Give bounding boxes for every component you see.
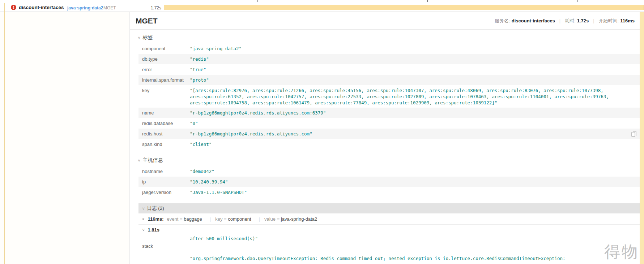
tag-key: internal.span.format (142, 77, 190, 83)
section-host-header[interactable]: 主机信息 (138, 156, 640, 165)
log-timestamp: 1.81s (148, 227, 159, 233)
log-field: eventbaggage (167, 216, 202, 222)
section-tags-title: 标签 (142, 34, 153, 41)
tag-value: "client" (190, 141, 636, 147)
span-detail-panel: MGET 服务名:discount-interfaces耗时:1.72s开始时间… (130, 12, 640, 264)
tag-key: redis.database (142, 120, 190, 126)
meta-start-value: 116ms (620, 18, 635, 23)
tag-row: name "r-bp1zg66mqghtpor0z4.redis.rds.ali… (138, 108, 640, 118)
service-indent-line (4, 3, 5, 264)
tag-key: span.kind (142, 141, 190, 147)
log-field-name: value (264, 216, 281, 222)
tag-row: internal.span.format "proto" (138, 75, 640, 85)
span-service-name: discount-interfaces (19, 5, 64, 10)
tag-key: name (142, 110, 190, 116)
tag-key: redis.host (142, 131, 190, 137)
tag-row: component "java-spring-data2" (138, 43, 640, 54)
host-value: "Java-1.1.0-SNAPSHOT" (190, 189, 636, 195)
log-entry-collapsed[interactable]: 116ms: eventbaggage keycomponent valueja… (138, 213, 640, 225)
log-detail-row-stack: stack "org.springframework.dao.QueryTime… (138, 242, 640, 264)
copy-icon[interactable] (631, 131, 637, 138)
tag-value: "java-spring-data2" (190, 46, 636, 52)
host-row: ip "10.240.39.94" (138, 177, 640, 187)
meta-duration: 耗时:1.72s (555, 18, 589, 23)
ruler-tick (257, 0, 258, 2)
section-logs-header[interactable]: 日志 (2) (138, 203, 640, 213)
error-icon: ! (11, 5, 16, 10)
meta-duration-label: 耗时: (565, 18, 576, 23)
meta-start-label: 开始时间: (599, 18, 619, 23)
log-field-name: event (167, 216, 184, 222)
timeline-ruler (0, 0, 644, 3)
chevron-down-icon (142, 207, 144, 211)
section-logs-title: 日志 (2) (147, 205, 164, 212)
span-duration-label: 1.72s (144, 5, 161, 10)
span-duration-bar[interactable] (164, 5, 644, 10)
log-detail-overflow-value: after 500 millisecond(s)" (190, 235, 636, 242)
log-field: keycomponent (205, 216, 251, 222)
log-detail-row-overflow: after 500 millisecond(s)" (138, 235, 640, 242)
detail-meta: 服务名:discount-interfaces耗时:1.72s开始时间:116m… (495, 18, 635, 24)
tag-row: redis.database "0" (138, 118, 640, 129)
tag-row: span.kind "client" (138, 139, 640, 150)
log-timestamp: 116ms: (148, 216, 163, 222)
watermark: 得物 (604, 241, 639, 263)
chevron-right-icon (142, 217, 144, 221)
tags-table: component "java-spring-data2" db.type "r… (138, 43, 640, 150)
meta-service: 服务名:discount-interfaces (495, 18, 555, 23)
meta-service-label: 服务名: (495, 18, 510, 23)
log-detail-table: after 500 millisecond(s)" stack "org.spr… (138, 235, 640, 264)
tag-key: error (142, 66, 190, 73)
span-operation-name: MGET (103, 5, 116, 10)
stack-trace-line: "org.springframework.dao.QueryTimeoutExc… (190, 255, 624, 261)
section-host-title: 主机信息 (142, 157, 163, 164)
log-field-value: baggage (184, 216, 202, 222)
ruler-tick (427, 0, 428, 2)
tag-value: "true" (190, 66, 636, 73)
trace-tree-pane (0, 12, 129, 264)
host-row: hostname "demo042" (138, 166, 640, 177)
log-field-name: key (215, 216, 228, 222)
detail-header: MGET 服务名:discount-interfaces耗时:1.72s开始时间… (130, 12, 640, 30)
tag-row: db.type "redis" (138, 54, 640, 64)
ruler-tick (577, 0, 578, 2)
host-value: "10.240.39.94" (190, 179, 636, 185)
detail-title: MGET (136, 17, 158, 25)
host-key: jaeger.version (142, 189, 190, 195)
log-entry-expanded-header[interactable]: 1.81s (138, 225, 640, 235)
section-tags-header[interactable]: 标签 (138, 33, 640, 42)
host-row: jaeger.version "Java-1.1.0-SNAPSHOT" (138, 187, 640, 198)
tag-value: "[ares:spu:rule:82976, ares:spu:rule:712… (190, 87, 636, 106)
meta-duration-value: 1.72s (577, 18, 589, 23)
span-row[interactable]: ! discount-interfaces java-spring-data2 … (0, 3, 644, 12)
tag-row: error "true" (138, 64, 640, 75)
log-field: valuejava-spring-data2 (255, 216, 317, 222)
tag-row: key "[ares:spu:rule:82976, ares:spu:rule… (138, 85, 640, 108)
host-table: hostname "demo042" ip "10.240.39.94" jae… (138, 166, 640, 198)
tag-value: "proto" (190, 77, 636, 83)
tag-value: "0" (190, 120, 636, 126)
chevron-down-icon (138, 159, 140, 163)
tag-key: key (142, 87, 190, 94)
tag-row: redis.host "r-bp1zg66mqghtpor0z4.redis.r… (138, 129, 640, 139)
host-value: "demo042" (190, 168, 636, 174)
host-key: hostname (142, 168, 190, 174)
tag-value: "r-bp1zg66mqghtpor0z4.redis.rds.aliyuncs… (190, 131, 636, 137)
meta-start: 开始时间:116ms (589, 18, 635, 23)
log-field-value: component (228, 216, 251, 222)
tag-value: "redis" (190, 56, 636, 62)
log-detail-key: stack (142, 243, 190, 249)
timeline-edge-strip (640, 12, 644, 264)
log-detail-stack-value: "org.springframework.dao.QueryTimeoutExc… (190, 243, 636, 264)
log-field-value: java-spring-data2 (281, 216, 317, 222)
meta-service-value: discount-interfaces (512, 18, 555, 23)
host-key: ip (142, 179, 190, 185)
tag-key: component (142, 46, 190, 52)
chevron-down-icon (142, 228, 144, 232)
chevron-down-icon (138, 36, 140, 40)
tag-value: "r-bp1zg66mqghtpor0z4.redis.rds.aliyuncs… (190, 110, 636, 116)
span-library-name: java-spring-data2 (67, 5, 103, 10)
tag-key: db.type (142, 56, 190, 62)
